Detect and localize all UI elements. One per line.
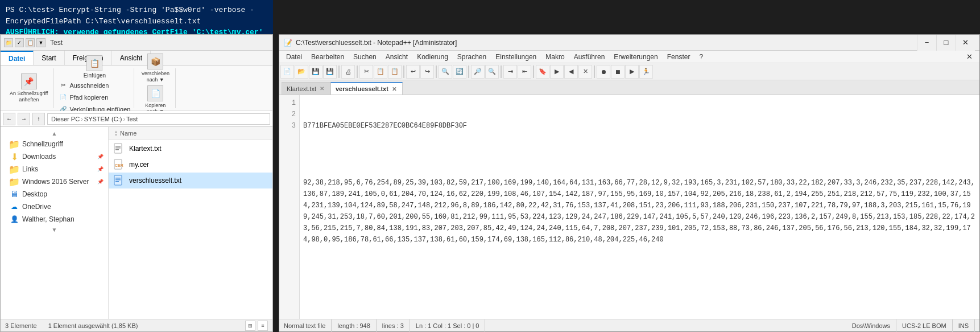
toolbar-save[interactable]: 💾 [309,65,322,79]
tab-klartext-close[interactable]: ✕ [319,85,325,92]
toolbar-print[interactable]: 🖨 [341,65,355,79]
titlebar-dropdown[interactable]: ▼ [36,38,46,47]
btn-paste[interactable]: 📋 Einfügen [81,54,108,80]
verschluesselt-icon [113,175,125,186]
toolbar-macro-stop[interactable]: ⏹ [611,65,625,79]
tab-verschluesselt-label: verschluesselt.txt [336,85,388,92]
tab-verschluesselt-close[interactable]: ✕ [391,86,398,92]
menu-close-right[interactable]: ✕ [962,51,977,62]
titlebar-icon-1[interactable]: 📁 [4,38,13,47]
ribbon-group-clipboard: 📋 Einfügen ✂ Ausschneiden 📄 Pfad kopiere… [55,68,134,108]
toolbar-run[interactable]: 🏃 [639,65,653,79]
toolbar-paste[interactable]: 📋 [388,65,402,79]
menu-bearbeiten[interactable]: Bearbeiten [307,52,349,62]
sidebar-item-desktop[interactable]: 🖥 Desktop [1,188,108,200]
titlebar-icon-2[interactable]: ✓ [15,38,24,47]
sidebar-scroll-down[interactable]: ▼ [1,226,108,234]
tab-klartext-label: Klartext.txt [287,85,316,92]
toolbar-cut[interactable]: ✂ [359,65,373,79]
server-icon: 📁 [10,177,19,186]
btn-path-copy[interactable]: 📄 Pfad kopieren [59,92,130,103]
toolbar-zoom-out[interactable]: 🔍 [485,65,499,79]
sidebar-item-onedrive[interactable]: ☁ OneDrive [1,200,108,213]
tab-start[interactable]: Start [34,51,64,65]
menu-makro[interactable]: Makro [541,52,569,62]
toolbar-prev-bookmark[interactable]: ◀ [564,65,578,79]
view-btn-details[interactable]: ⊞ [245,321,255,331]
toolbar-macro-play[interactable]: ▶ [625,65,639,79]
menu-suchen[interactable]: Suchen [349,52,381,62]
npp-close-btn[interactable]: ✕ [956,35,975,51]
sidebar-label-downloads: Downloads [22,153,56,161]
sidebar-item-schnellzugriff[interactable]: 📁 Schnellzugriff [1,138,108,150]
ribbon-group-schnellzugriff: 📌 An Schnellzugriffanheften [4,68,54,108]
nav-up[interactable]: ↑ [32,113,45,125]
address-bar: ← → ↑ Dieser PC › SYSTEM (C:) › Test [1,111,272,127]
sidebar-item-user[interactable]: 👤 Walther, Stephan [1,213,108,226]
sidebar-label-desktop: Desktop [22,190,47,198]
npp-minimize-btn[interactable]: − [917,35,936,51]
toolbar-replace[interactable]: 🔄 [453,65,466,79]
toolbar-indent[interactable]: ⇥ [503,65,517,79]
file-item-klartext[interactable]: Klartext.txt [109,141,272,157]
toolbar-copy[interactable]: 📋 [374,65,387,79]
toolbar-sep2 [357,65,358,78]
toolbar-sep8 [594,65,595,78]
toolbar-open[interactable]: 📂 [295,65,308,79]
sidebar-label-schnellzugriff: Schnellzugriff [22,140,63,148]
toolbar-find[interactable]: 🔍 [439,65,452,79]
btn-cut[interactable]: ✂ Ausschneiden [59,80,130,91]
toolbar-undo[interactable]: ↩ [406,65,420,79]
file-item-mycer[interactable]: CER my.cer [109,157,272,173]
toolbar-sep7 [533,65,534,78]
svg-rect-7 [115,178,121,179]
toolbar-zoom-in[interactable]: 🔎 [471,65,485,79]
verschluesselt-name: verschluesselt.txt [129,177,181,185]
sidebar-item-links[interactable]: 📁 Links 📌 [1,163,108,175]
desktop-icon: 🖥 [10,190,19,199]
tab-klartext[interactable]: Klartext.txt ✕ [282,82,330,95]
npp-maximize-btn[interactable]: □ [936,35,956,51]
toolbar-redo[interactable]: ↪ [420,65,434,79]
address-path[interactable]: Dieser PC › SYSTEM (C:) › Test [47,113,270,125]
menu-ausfuehren[interactable]: Ausführen [569,52,610,62]
menu-kodierung[interactable]: Kodierung [412,52,453,62]
toolbar-next-bookmark[interactable]: ▶ [550,65,564,79]
file-item-verschluesselt[interactable]: verschluesselt.txt [109,173,272,188]
toolbar-bookmark[interactable]: 🔖 [536,65,549,79]
toolbar-new[interactable]: 📄 [280,65,294,79]
status-filetype-text: Normal text file [284,322,325,329]
notepad-window: 📝 C:\Test\verschluesselt.txt - Notepad++… [279,34,980,332]
toolbar-outdent[interactable]: ⇤ [518,65,531,79]
toolbar-saveall[interactable]: 💾 [323,65,337,79]
menu-ansicht[interactable]: Ansicht [381,52,412,62]
titlebar-icon-3[interactable]: 📋 [26,38,35,47]
nav-forward[interactable]: → [18,113,30,125]
menu-fenster[interactable]: Fenster [663,52,695,62]
menu-erweiterungen[interactable]: Erweiterungen [609,52,662,62]
sidebar-item-server[interactable]: 📁 Windows 2016 Server 📌 [1,175,108,188]
tab-datei[interactable]: Datei [1,51,34,65]
menu-sprachen[interactable]: Sprachen [453,52,491,62]
svg-rect-9 [115,181,119,182]
btn-move[interactable]: 📦 Verschiebennach ▼ [139,52,172,84]
nav-back[interactable]: ← [3,113,15,125]
svg-rect-8 [115,179,121,181]
menu-einstellungen[interactable]: Einstellungen [491,52,541,62]
toolbar-macro-rec[interactable]: ⏺ [597,65,610,79]
sidebar-item-downloads[interactable]: ⬇ Downloads 📌 [1,150,108,163]
menu-datei[interactable]: Datei [282,52,307,62]
npp-title-icon: 📝 [284,39,292,47]
line-num-3: 3 [279,120,299,132]
menu-help[interactable]: ? [694,52,708,62]
sidebar-scroll-up[interactable]: ▲ [1,129,108,138]
view-btn-list[interactable]: ≡ [258,321,268,331]
toolbar-clear-bookmarks[interactable]: ✕ [578,65,592,79]
npp-statusbar: Normal text file length : 948 lines : 3 … [279,319,979,331]
code-content[interactable]: B771BFEA05EBE0EF53E287EC0BC64E89F8DBF30F… [300,95,979,319]
btn-schnellzugriff[interactable]: 📌 An Schnellzugriffanheften [7,72,50,104]
tab-verschluesselt[interactable]: verschluesselt.txt ✕ [330,82,403,95]
move-icon: 📦 [147,54,163,69]
status-encoding-text: UCS-2 LE BOM [902,322,946,329]
move-label: Verschiebennach ▼ [141,71,169,83]
